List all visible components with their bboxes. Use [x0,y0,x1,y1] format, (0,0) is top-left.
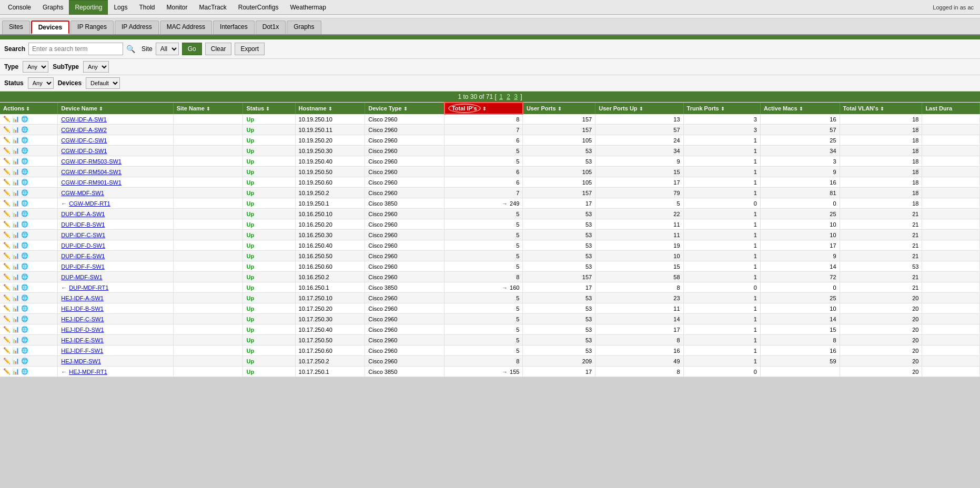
graph-icon[interactable]: 📊 [12,358,19,364]
graph-icon[interactable]: 📊 [12,168,19,175]
tab-ip-address[interactable]: IP Address [115,21,159,34]
device-name-link[interactable]: CGW-IDF-D-SW1 [61,148,107,154]
tree-icon[interactable]: 🌐 [21,231,28,238]
col-device-name[interactable]: Device Name ⇕ [58,103,173,114]
clear-button[interactable]: Clear [205,43,232,55]
device-name-link[interactable]: CGW-IDF-RM901-SW1 [61,179,122,186]
edit-icon[interactable]: ✏️ [3,368,11,375]
page-3[interactable]: 3 [514,93,518,100]
edit-icon[interactable]: ✏️ [3,189,11,196]
edit-icon[interactable]: ✏️ [3,347,11,354]
tree-icon[interactable]: 🌐 [21,337,28,343]
device-name-link[interactable]: CGW-IDF-A-SW1 [61,116,107,123]
tree-icon[interactable]: 🌐 [21,179,28,186]
device-name-link[interactable]: HEJ-IDF-A-SW1 [61,295,104,301]
col-hostname[interactable]: Hostname ⇕ [295,103,365,114]
device-name-link[interactable]: HEJ-IDF-E-SW1 [61,337,104,343]
tree-icon[interactable]: 🌐 [21,326,28,333]
tree-icon[interactable]: 🌐 [21,137,28,144]
page-2[interactable]: 2 [507,93,510,100]
tree-icon[interactable]: 🌐 [21,358,28,364]
subtype-select[interactable]: Any [83,61,109,73]
edit-icon[interactable]: ✏️ [3,126,11,133]
tree-icon[interactable]: 🌐 [21,189,28,196]
edit-icon[interactable]: ✏️ [3,337,11,343]
edit-icon[interactable]: ✏️ [3,242,11,249]
search-button[interactable]: 🔍 [126,45,135,53]
device-name-link[interactable]: HEJ-MDF-RT1 [69,369,107,375]
tab-ip-ranges[interactable]: IP Ranges [70,21,114,34]
graph-icon[interactable]: 📊 [12,116,19,123]
nav-weathermap[interactable]: Weathermap [284,0,331,15]
nav-graphs[interactable]: Graphs [37,0,69,15]
col-actions[interactable]: Actions ⇕ [0,103,58,114]
tree-icon[interactable]: 🌐 [21,284,28,291]
tab-devices[interactable]: Devices [31,21,69,34]
site-select[interactable]: All [156,43,179,55]
graph-icon[interactable]: 📊 [12,284,19,291]
tree-icon[interactable]: 🌐 [21,116,28,123]
nav-console[interactable]: Console [2,0,37,15]
graph-icon[interactable]: 📊 [12,337,19,343]
graph-icon[interactable]: 📊 [12,189,19,196]
graph-icon[interactable]: 📊 [12,294,19,301]
tab-graphs[interactable]: Graphs [287,21,321,34]
col-total-vlans[interactable]: Total VLAN's ⇕ [840,103,922,114]
device-name-link[interactable]: DUP-IDF-E-SW1 [61,253,105,259]
edit-icon[interactable]: ✏️ [3,168,11,175]
graph-icon[interactable]: 📊 [12,158,19,165]
nav-routerconfigs[interactable]: RouterConfigs [233,0,285,15]
device-name-link[interactable]: CGW-MDF-RT1 [69,200,110,207]
col-user-ports[interactable]: User Ports ⇕ [523,103,595,114]
tab-interfaces[interactable]: Interfaces [213,21,255,34]
tree-icon[interactable]: 🌐 [21,305,28,312]
graph-icon[interactable]: 📊 [12,179,19,186]
search-input[interactable] [28,43,123,55]
device-name-link[interactable]: DUP-IDF-B-SW1 [61,221,105,228]
edit-icon[interactable]: ✏️ [3,231,11,238]
nav-mactrack[interactable]: MacTrack [194,0,233,15]
device-name-link[interactable]: HEJ-MDF-SW1 [61,358,101,364]
tab-sites[interactable]: Sites [2,21,30,34]
nav-thold[interactable]: Thold [133,0,160,15]
edit-icon[interactable]: ✏️ [3,179,11,186]
edit-icon[interactable]: ✏️ [3,358,11,364]
graph-icon[interactable]: 📊 [12,200,19,207]
graph-icon[interactable]: 📊 [12,305,19,312]
device-name-link[interactable]: CGW-IDF-RM503-SW1 [61,158,122,165]
graph-icon[interactable]: 📊 [12,242,19,249]
tree-icon[interactable]: 🌐 [21,168,28,175]
edit-icon[interactable]: ✏️ [3,147,11,154]
tree-icon[interactable]: 🌐 [21,158,28,165]
graph-icon[interactable]: 📊 [12,137,19,144]
tree-icon[interactable]: 🌐 [21,347,28,354]
graph-icon[interactable]: 📊 [12,347,19,354]
page-1[interactable]: 1 [499,93,503,100]
tree-icon[interactable]: 🌐 [21,252,28,259]
tree-icon[interactable]: 🌐 [21,368,28,375]
go-button[interactable]: Go [182,43,202,55]
edit-icon[interactable]: ✏️ [3,200,11,207]
graph-icon[interactable]: 📊 [12,126,19,133]
tree-icon[interactable]: 🌐 [21,273,28,280]
graph-icon[interactable]: 📊 [12,326,19,333]
edit-icon[interactable]: ✏️ [3,316,11,322]
device-name-link[interactable]: HEJ-IDF-C-SW1 [61,316,104,322]
col-active-macs[interactable]: Active Macs ⇕ [760,103,840,114]
tree-icon[interactable]: 🌐 [21,126,28,133]
nav-monitor[interactable]: Monitor [160,0,193,15]
device-name-link[interactable]: HEJ-IDF-D-SW1 [61,327,104,333]
tree-icon[interactable]: 🌐 [21,294,28,301]
tab-dot1x[interactable]: Dot1x [256,21,286,34]
devices-select[interactable]: Default [86,77,120,89]
edit-icon[interactable]: ✏️ [3,116,11,123]
device-name-link[interactable]: CGW-IDF-RM504-SW1 [61,169,122,175]
col-site-name[interactable]: Site Name ⇕ [173,103,243,114]
device-name-link[interactable]: HEJ-IDF-B-SW1 [61,306,104,312]
col-trunk-ports[interactable]: Trunk Ports ⇕ [683,103,760,114]
device-name-link[interactable]: CGW-IDF-C-SW1 [61,137,107,144]
graph-icon[interactable]: 📊 [12,273,19,280]
edit-icon[interactable]: ✏️ [3,210,11,217]
edit-icon[interactable]: ✏️ [3,158,11,165]
export-button[interactable]: Export [235,43,265,55]
